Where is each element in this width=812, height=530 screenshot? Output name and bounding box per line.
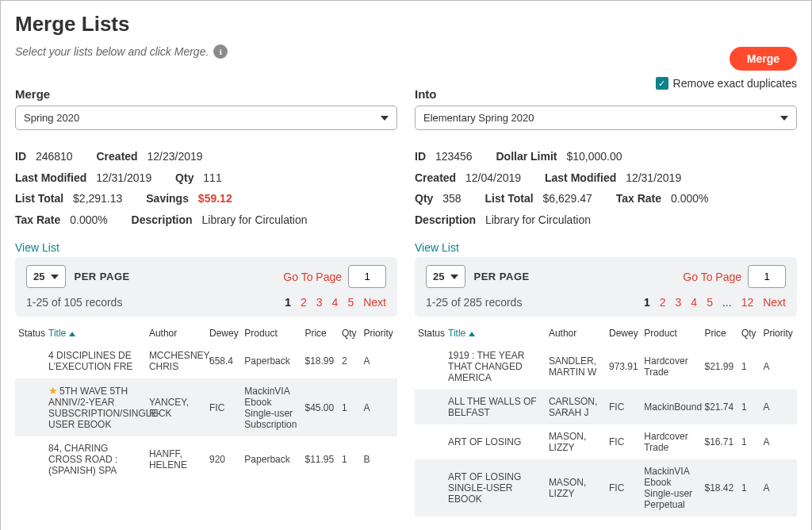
cell-status bbox=[15, 378, 45, 436]
record-count: 1-25 of 105 records bbox=[26, 296, 122, 309]
into-select[interactable]: Elementary Spring 2020 bbox=[415, 106, 797, 130]
per-page-label: PER PAGE bbox=[74, 271, 129, 282]
record-count: 1-25 of 285 records bbox=[426, 296, 522, 309]
page-link[interactable]: 1 bbox=[644, 296, 650, 309]
page-link[interactable]: 12 bbox=[741, 296, 754, 309]
meta-total-label: List Total bbox=[15, 188, 63, 209]
meta-qty-label: Qty bbox=[175, 167, 193, 189]
meta-qty-label: Qty bbox=[415, 188, 433, 209]
table-row[interactable]: ★5TH WAVE 5TH ANNIV/2-YEAR SUBSCRIPTION/… bbox=[15, 378, 397, 436]
page-ellipsis: ... bbox=[722, 296, 732, 309]
merge-button[interactable]: Merge bbox=[730, 47, 797, 71]
meta-modified-label: Last Modified bbox=[545, 167, 616, 189]
cell-dewey: 973.91 bbox=[606, 344, 641, 390]
cell-product: Paperback bbox=[241, 344, 301, 378]
meta-modified-value: 12/31/2019 bbox=[626, 167, 681, 189]
col-priority[interactable]: Priority bbox=[360, 323, 397, 344]
meta-tax-value: 0.000% bbox=[671, 188, 708, 209]
col-dewey[interactable]: Dewey bbox=[206, 323, 241, 344]
cell-product: MackinVIA Ebook Single-user Perpetual bbox=[641, 459, 701, 517]
cell-priority: A bbox=[760, 424, 797, 459]
cell-dewey: FIC bbox=[606, 459, 641, 517]
table-row[interactable]: 1919 : THE YEAR THAT CHANGED AMERICASAND… bbox=[415, 344, 797, 390]
meta-id-value: 246810 bbox=[36, 146, 73, 167]
merge-select[interactable]: Spring 2020 bbox=[15, 106, 397, 130]
cell-price: $16.71 bbox=[701, 424, 738, 459]
col-dewey[interactable]: Dewey bbox=[606, 323, 641, 344]
col-status[interactable]: Status bbox=[15, 323, 45, 344]
cell-author: HANFF, HELENE bbox=[146, 436, 206, 482]
col-qty[interactable]: Qty bbox=[738, 323, 760, 344]
cell-author: CARLSON, SARAH J bbox=[546, 390, 606, 424]
col-priority[interactable]: Priority bbox=[760, 323, 797, 344]
meta-total-value: $2,291.13 bbox=[73, 188, 122, 209]
page-link[interactable]: 3 bbox=[676, 296, 682, 309]
merge-label: Merge bbox=[15, 87, 397, 101]
cell-price: $45.00 bbox=[301, 378, 339, 436]
goto-page-label[interactable]: Go To Page bbox=[683, 271, 741, 283]
cell-title: ART OF LOSING SINGLE-USER EBOOK bbox=[445, 459, 546, 517]
page-link[interactable]: 4 bbox=[332, 296, 339, 309]
col-author[interactable]: Author bbox=[146, 323, 206, 344]
goto-page-input[interactable] bbox=[748, 265, 786, 288]
view-list-link[interactable]: View List bbox=[415, 241, 797, 254]
cell-qty: 1 bbox=[738, 424, 760, 459]
meta-modified-label: Last Modified bbox=[15, 167, 86, 189]
table-row[interactable]: 4 DISCIPLINES DE L'EXECUTION FREMCCHESNE… bbox=[15, 344, 397, 378]
cell-title: 1919 : THE YEAR THAT CHANGED AMERICA bbox=[445, 344, 546, 390]
cell-status bbox=[415, 344, 445, 390]
next-page-link[interactable]: Next bbox=[363, 296, 386, 309]
col-product[interactable]: Product bbox=[641, 323, 701, 344]
col-price[interactable]: Price bbox=[701, 323, 738, 344]
page-link[interactable]: 5 bbox=[707, 296, 713, 309]
page-link[interactable]: 5 bbox=[347, 296, 354, 309]
cell-qty: 2 bbox=[339, 344, 360, 378]
next-page-link[interactable]: Next bbox=[763, 296, 786, 309]
col-qty[interactable]: Qty bbox=[339, 323, 360, 344]
per-page-select[interactable]: 25 bbox=[426, 265, 465, 288]
page-link[interactable]: 2 bbox=[660, 296, 666, 309]
cell-author: MASON, LIZZY bbox=[546, 424, 606, 459]
view-list-link[interactable]: View List bbox=[15, 241, 397, 254]
page-link[interactable]: 1 bbox=[285, 296, 291, 309]
table-row[interactable]: ART OF LOSING SINGLE-USER EBOOKMASON, LI… bbox=[415, 459, 797, 517]
meta-id-label: ID bbox=[15, 146, 26, 167]
col-status[interactable]: Status bbox=[415, 323, 445, 344]
col-price[interactable]: Price bbox=[301, 323, 339, 344]
page-link[interactable]: 3 bbox=[316, 296, 323, 309]
cell-title: ALL THE WALLS OF BELFAST bbox=[445, 390, 546, 424]
meta-tax-label: Tax Rate bbox=[15, 209, 60, 231]
cell-title: ★5TH WAVE 5TH ANNIV/2-YEAR SUBSCRIPTION/… bbox=[45, 378, 146, 436]
sort-asc-icon bbox=[469, 332, 475, 336]
meta-limit-value: $10,000.00 bbox=[566, 146, 622, 167]
table-row[interactable]: ALL THE WALLS OF BELFASTCARLSON, SARAH J… bbox=[415, 390, 797, 424]
col-title[interactable]: Title bbox=[445, 323, 546, 344]
remove-duplicates-option[interactable]: ✓ Remove exact duplicates bbox=[656, 77, 797, 90]
cell-price: $11.95 bbox=[301, 436, 339, 482]
meta-qty-value: 358 bbox=[442, 188, 461, 209]
info-icon[interactable]: i bbox=[213, 44, 228, 59]
cell-product: Hardcover Trade bbox=[641, 344, 701, 390]
meta-desc-value: Library for Circulation bbox=[485, 209, 591, 231]
meta-modified-value: 12/31/2019 bbox=[96, 167, 151, 189]
meta-total-label: List Total bbox=[485, 188, 533, 209]
cell-dewey: 920 bbox=[206, 436, 241, 482]
goto-page-input[interactable] bbox=[348, 265, 386, 288]
goto-page-label[interactable]: Go To Page bbox=[283, 271, 342, 283]
page-link[interactable]: 4 bbox=[691, 296, 697, 309]
per-page-select[interactable]: 25 bbox=[26, 265, 66, 288]
cell-author: MASON, LIZZY bbox=[546, 459, 606, 517]
cell-qty: 1 bbox=[738, 459, 760, 517]
col-author[interactable]: Author bbox=[546, 323, 606, 344]
cell-status bbox=[415, 390, 445, 424]
col-product[interactable]: Product bbox=[241, 323, 301, 344]
col-title[interactable]: Title bbox=[45, 323, 146, 344]
cell-qty: 1 bbox=[339, 378, 360, 436]
table-row[interactable]: 84, CHARING CROSS ROAD : (SPANISH) SPAHA… bbox=[15, 436, 397, 482]
cell-dewey: FIC bbox=[606, 424, 641, 459]
cell-dewey: FIC bbox=[206, 378, 241, 436]
cell-price: $21.74 bbox=[701, 390, 738, 424]
cell-product: Paperback bbox=[241, 436, 301, 482]
page-link[interactable]: 2 bbox=[301, 296, 307, 309]
table-row[interactable]: ART OF LOSINGMASON, LIZZYFICHardcover Tr… bbox=[415, 424, 797, 459]
